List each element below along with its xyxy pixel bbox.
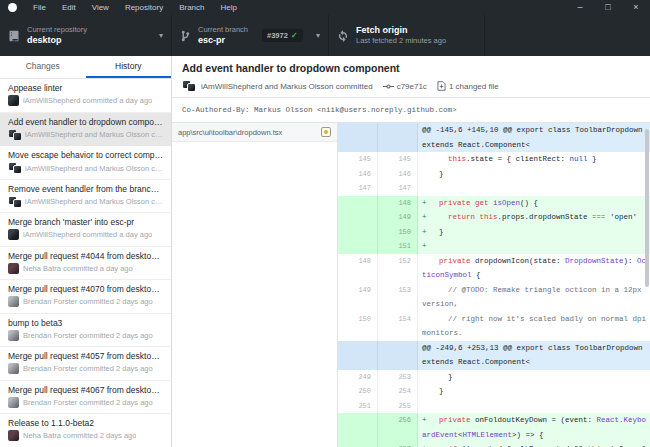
file-row[interactable]: app\src\ui\toolbar\dropdown.tsx <box>172 123 337 142</box>
menu-repository[interactable]: Repository <box>117 0 171 15</box>
diff-scrollbar[interactable] <box>645 129 649 287</box>
diff-line: 250254 } <box>338 384 650 399</box>
commit-list-item[interactable]: bump to beta3Brendan Forster committed 2… <box>0 314 171 348</box>
commit-sha[interactable]: c79e71c <box>397 82 427 91</box>
sidebar: Changes History Appease linteriAmWillShe… <box>0 56 172 447</box>
commit-item-title: Merge pull request #4044 from desktop/… <box>8 251 163 261</box>
commit-list-item[interactable]: Move escape behavior to correct compo…iA… <box>0 146 171 180</box>
diff-line[interactable]: 151+ <box>338 239 650 254</box>
commit-list: Appease linteriAmWillShepherd committed … <box>0 79 171 447</box>
commit-list-item[interactable]: Merge pull request #4070 from desktop/…B… <box>0 280 171 314</box>
diff-line: 251255 <box>338 399 650 414</box>
repository-name: desktop <box>27 35 87 46</box>
menu-edit[interactable]: Edit <box>54 0 84 15</box>
diff-line[interactable]: 148+ private get isOpen() { <box>338 196 650 211</box>
menu-view[interactable]: View <box>84 0 117 15</box>
menu-items: FileEditViewRepositoryBranchHelp <box>25 0 245 15</box>
menubar: FileEditViewRepositoryBranchHelp – □ × <box>0 0 650 15</box>
commit-list-item[interactable]: Appease linteriAmWillShepherd committed … <box>0 79 171 113</box>
commit-item-title: Add event handler to dropdown compon… <box>8 117 163 127</box>
close-button[interactable]: × <box>622 0 650 15</box>
commit-item-meta: iAmWillShepherd committed a day ago <box>23 96 152 105</box>
added-line-marker: + <box>422 225 430 240</box>
tab-changes[interactable]: Changes <box>0 56 86 78</box>
changed-files-list: app\src\ui\toolbar\dropdown.tsx <box>172 123 338 447</box>
added-line-marker: + <box>422 239 430 254</box>
changed-files-count: 1 changed file <box>449 82 499 91</box>
fetch-label: Fetch origin <box>356 25 446 36</box>
commit-item-title: bump to beta3 <box>8 318 163 328</box>
avatar <box>8 129 22 141</box>
commit-list-item[interactable]: Merge pull request #4067 from desktop/…B… <box>0 381 171 415</box>
diff-line[interactable]: 149+ return this.props.dropdownState ===… <box>338 210 650 225</box>
commit-item-meta: Brendan Forster committed 2 days ago <box>23 297 153 306</box>
chevron-down-icon: ▾ <box>308 31 320 40</box>
diff-hunk-header: @@ -249,6 +253,13 @@ export class Toolba… <box>338 341 650 370</box>
diff-line: 145145 this.state = { clientRect: null } <box>338 152 650 167</box>
avatar <box>8 162 22 174</box>
commit-list-item[interactable]: Add event handler to dropdown compon…iAm… <box>0 113 171 147</box>
maximize-button[interactable]: □ <box>594 0 622 15</box>
branch-label: Current branch <box>198 25 248 34</box>
commit-item-meta: Brendan Forster committed 2 days ago <box>23 331 153 340</box>
diff-line: 146146 } <box>338 167 650 182</box>
menu-file[interactable]: File <box>25 0 54 15</box>
commit-authors: iAmWillShepherd and Markus Olsson commit… <box>201 82 373 91</box>
author-avatars <box>182 80 196 92</box>
tab-history[interactable]: History <box>86 56 172 78</box>
repository-selector[interactable]: Current repository desktop ▾ <box>0 15 172 56</box>
commit-description: Co-Authored-By: Markus Olsson <niik@user… <box>172 98 650 123</box>
pr-number-badge: #3972✓ <box>262 29 303 42</box>
commit-list-item[interactable]: Release to 1.1.0-beta2Neha Batra committ… <box>0 414 171 447</box>
commit-detail-panel: Add event handler to dropdown component … <box>172 56 650 447</box>
file-modified-icon <box>321 127 331 137</box>
diff-line: 249253 } <box>338 370 650 385</box>
commit-item-meta: iAmWillShepherd and Markus Olsson co… <box>25 130 163 139</box>
avatar <box>8 363 19 374</box>
repo-icon <box>8 30 20 42</box>
commit-item-title: Release to 1.1.0-beta2 <box>8 418 163 428</box>
commit-list-item[interactable]: Merge pull request #4044 from desktop/…N… <box>0 247 171 281</box>
git-commit-icon <box>383 82 394 91</box>
commit-item-title: Merge pull request #4067 from desktop/… <box>8 385 163 395</box>
commit-item-title: Move escape behavior to correct compo… <box>8 150 163 160</box>
commit-list-item[interactable]: Merge branch 'master' into esc-priAmWill… <box>0 213 171 247</box>
avatar <box>8 397 19 408</box>
commit-list-item[interactable]: Remove event handler from the branches…i… <box>0 180 171 214</box>
added-line-marker: + <box>422 413 430 428</box>
avatar <box>8 229 19 240</box>
fetch-sublabel: Last fetched 2 minutes ago <box>356 36 446 45</box>
menu-branch[interactable]: Branch <box>171 0 212 15</box>
menu-help[interactable]: Help <box>213 0 245 15</box>
commit-item-meta: Brendan Forster committed 2 days ago <box>23 364 153 373</box>
avatar <box>8 430 19 441</box>
toolbar: Current repository desktop ▾ Current bra… <box>0 15 650 56</box>
diff-line: 147147 <box>338 181 650 196</box>
file-path: app\src\ui\toolbar\dropdown.tsx <box>178 128 316 137</box>
minimize-button[interactable]: – <box>566 0 594 15</box>
diff-line: 148152 private dropdownIcon(state: Dropd… <box>338 254 650 283</box>
commit-item-meta: Neha Batra committed 2 days ago <box>23 431 136 440</box>
added-line-marker: + <box>422 442 430 447</box>
github-logo-icon <box>8 3 17 12</box>
fetch-origin-button[interactable]: Fetch origin Last fetched 2 minutes ago <box>329 15 485 56</box>
avatar <box>8 330 19 341</box>
commit-item-title: Merge pull request #4057 from desktop/… <box>8 351 163 361</box>
avatar <box>8 263 19 274</box>
git-branch-icon <box>180 30 191 42</box>
github-desktop-window: FileEditViewRepositoryBranchHelp – □ × C… <box>0 0 650 447</box>
repository-label: Current repository <box>27 25 87 34</box>
commit-list-item[interactable]: Merge pull request #4057 from desktop/…B… <box>0 347 171 381</box>
diff-hunk-header: @@ -145,6 +145,10 @@ export class Toolba… <box>338 123 650 152</box>
chevron-down-icon: ▾ <box>151 31 163 40</box>
commit-item-meta: iAmWillShepherd and Markus Olsson co… <box>25 197 163 206</box>
avatar <box>8 196 22 208</box>
diff-line[interactable]: 256+ private onFoldoutKeyDown = (event: … <box>338 413 650 442</box>
diff-line[interactable]: 257+ if (!event.defaultPrevented && this… <box>338 442 650 447</box>
commit-item-meta: Brendan Forster committed 2 days ago <box>23 398 153 407</box>
commit-title: Add event handler to dropdown component <box>182 62 640 74</box>
branch-selector[interactable]: Current branch esc-pr #3972✓ ▾ <box>172 15 329 56</box>
diff-line[interactable]: 150+ } <box>338 225 650 240</box>
commit-item-title: Remove event handler from the branches… <box>8 184 163 194</box>
changed-file-icon <box>437 81 446 91</box>
